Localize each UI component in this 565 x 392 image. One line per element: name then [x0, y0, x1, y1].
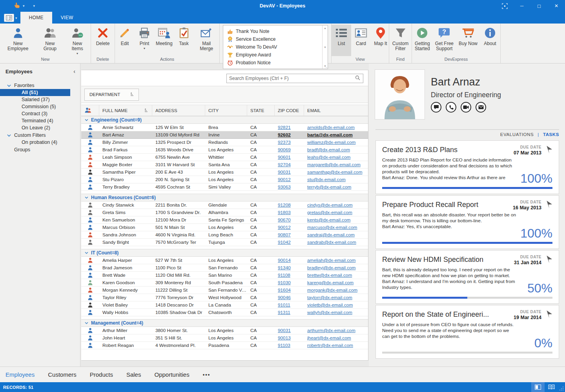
reading-view-button[interactable]: [545, 382, 558, 392]
column-header-address[interactable]: ADDRESS: [152, 105, 205, 116]
task-card-report-on-the-state-of-engineeri[interactable]: Report on the State of Engineeri...DUE D…: [375, 305, 559, 359]
zip-link[interactable]: 90014: [278, 258, 291, 263]
close-button[interactable]: ✕: [548, 0, 565, 12]
email-link[interactable]: marcuso@dx-email.com: [307, 225, 357, 230]
module-tab-opportunities[interactable]: Opportunities: [154, 371, 189, 378]
group-row-human-resources-count-6[interactable]: Human Resources (Count=6): [81, 194, 368, 201]
email-link[interactable]: arthurm@dx-email.com: [307, 328, 355, 333]
zip-link[interactable]: 91103: [278, 343, 290, 348]
email-link[interactable]: gretas@dx-email.com: [307, 210, 352, 215]
email-link[interactable]: margaretb@dx-email.com: [307, 162, 361, 167]
zip-link[interactable]: 91604: [278, 287, 291, 293]
zip-link[interactable]: 91108: [278, 272, 290, 278]
zip-link[interactable]: 90031: [278, 169, 291, 175]
email-link[interactable]: stu@dx-email.com: [307, 177, 346, 182]
zip-link[interactable]: 91311: [278, 310, 290, 315]
sidebar-item-salaried-37[interactable]: Salaried (37): [0, 96, 80, 103]
ribbon-button-mail-merge[interactable]: Mail Merge: [194, 25, 220, 56]
zip-link[interactable]: 90013: [278, 335, 291, 341]
zip-link[interactable]: 92602: [278, 132, 291, 138]
email-link[interactable]: kareng@dx-email.com: [307, 280, 354, 285]
search-icon[interactable]: [355, 75, 363, 82]
column-header-state[interactable]: STATE: [247, 105, 275, 116]
email-link[interactable]: violetb@dx-email.com: [307, 302, 353, 308]
gallery-item-thank-you-note[interactable]: Thank You Note: [227, 27, 277, 35]
ribbon-button-list[interactable]: List: [332, 25, 351, 56]
app-menu-button[interactable]: ▾: [4, 14, 17, 22]
module-tab-products[interactable]: Products: [90, 371, 113, 378]
group-row-engineering-count-9[interactable]: Engineering (Count=9): [81, 116, 368, 124]
chat-icon[interactable]: [431, 102, 441, 113]
email-link[interactable]: sandraj@dx-email.com: [307, 232, 355, 238]
search-input[interactable]: [227, 76, 355, 81]
table-row-ken-samuelson[interactable]: Ken Samuelson12100 Mora DrSanta Fe Sprin…: [81, 216, 368, 224]
ribbon-button-delete[interactable]: Delete: [93, 25, 113, 56]
module-tab-customers[interactable]: Customers: [48, 371, 77, 378]
ribbon-button-card[interactable]: Card: [351, 25, 371, 56]
minimize-button[interactable]: ─: [513, 0, 530, 12]
zip-link[interactable]: 90807: [278, 232, 291, 238]
gallery-item-welcome-to-devav[interactable]: Welcome To DevAV: [227, 43, 277, 51]
table-row-brett-wade[interactable]: Brett Wade1120 Old Mill Rd.San MarinoCA9…: [81, 272, 368, 279]
sidebar-item-on-leave-2[interactable]: On Leave (2): [0, 124, 80, 131]
sidebar-section-favorites[interactable]: Favorites: [0, 82, 80, 89]
zip-link[interactable]: 90601: [278, 154, 291, 160]
email-link[interactable]: taylorr@dx-email.com: [307, 295, 352, 300]
gallery-item-employee-award[interactable]: Employee Award: [227, 51, 321, 59]
ribbon-button-get-free-support[interactable]: ?Get Free Support: [433, 25, 456, 56]
table-row-samantha-piper[interactable]: Samantha Piper200 E Ave 43Los AngelesCA9…: [81, 169, 368, 176]
table-row-amelia-harper[interactable]: Amelia Harper527 W 7th StLos AngelesCA90…: [81, 257, 368, 264]
ribbon-button-new-group[interactable]: New Group: [36, 25, 64, 56]
table-row-arnie-schwartz[interactable]: Arnie Schwartz125 W Elm StBreaCA92821arn…: [81, 124, 368, 131]
ribbon-tab-view[interactable]: VIEW: [52, 12, 82, 24]
email-link[interactable]: sandrab@dx-email.com: [307, 240, 356, 245]
zip-link[interactable]: 92704: [278, 162, 291, 167]
sidebar-item-commission-5[interactable]: Commission (5): [0, 103, 80, 110]
table-row-robert-reagan[interactable]: Robert Reagan4 Westmoreland Pl.PasadenaC…: [81, 342, 368, 349]
email-link[interactable]: terryb@dx-email.com: [307, 184, 351, 190]
zip-link[interactable]: 90670: [278, 217, 291, 223]
email-link[interactable]: brettw@dx-email.com: [307, 272, 352, 278]
table-row-sandra-johnson[interactable]: Sandra Johnson4600 N Virginia Rd.Long Be…: [81, 231, 368, 239]
ribbon-button-buy-now[interactable]: Buy Now: [456, 25, 480, 56]
email-link[interactable]: kents@dx-email.com: [307, 217, 350, 223]
sidebar-item-all-51[interactable]: All (51): [0, 89, 70, 96]
email-link[interactable]: jheart@dx-email.com: [307, 335, 351, 341]
zip-link[interactable]: 90012: [278, 177, 291, 182]
column-header-email[interactable]: EMAIL: [304, 105, 368, 116]
email-link[interactable]: williamz@dx-email.com: [307, 140, 355, 145]
touch-mode-icon[interactable]: [14, 2, 20, 10]
table-row-violet-bailey[interactable]: Violet Bailey1418 Descanso DrLa CanadaCA…: [81, 301, 368, 309]
table-row-morgan-kennedy[interactable]: Morgan Kennedy11222 Dilling StSan Fernan…: [81, 287, 368, 294]
fit-window-button[interactable]: [496, 0, 513, 12]
table-row-arthur-miller[interactable]: Arthur Miller3800 Homer St.Los AngelesCA…: [81, 327, 368, 334]
zip-link[interactable]: 91042: [278, 240, 291, 245]
resize-grip[interactable]: [558, 382, 565, 392]
layout-panel-view-button[interactable]: [531, 382, 545, 392]
ribbon-button-custom-filter[interactable]: Custom Filter: [390, 25, 411, 56]
table-row-john-heart[interactable]: John Heart351 S Hill St.Los AngelesCA900…: [81, 334, 368, 342]
zip-link[interactable]: 90046: [278, 295, 291, 300]
module-tab-employees[interactable]: Employees: [5, 371, 35, 378]
email-link[interactable]: ameliah@dx-email.com: [307, 258, 355, 263]
table-row-brad-jameson[interactable]: Brad Jameson1100 Pico StSan FernandoCA91…: [81, 264, 368, 272]
table-row-marcus-orbison[interactable]: Marcus Orbison501 N Main StLos AngelesCA…: [81, 224, 368, 231]
zip-link[interactable]: 91030: [278, 280, 291, 285]
maximize-button[interactable]: □: [530, 0, 548, 12]
column-header-city[interactable]: CITY: [205, 105, 247, 116]
sidebar-section-custom-filters[interactable]: Custom Filters: [0, 131, 80, 139]
ribbon-button-map-it[interactable]: Map It: [371, 25, 390, 56]
group-row-management-count-4[interactable]: Management (Count=4): [81, 319, 368, 327]
zip-link[interactable]: 91803: [278, 210, 291, 215]
table-row-wally-hobbs[interactable]: Wally Hobbs10385 Shadow Oak DrChatsworth…: [81, 309, 368, 316]
email-link[interactable]: samanthap@dx-email.com: [307, 169, 363, 175]
ribbon-button-meeting[interactable]: Meeting: [154, 25, 174, 56]
zip-link[interactable]: 90069: [278, 147, 291, 152]
email-link[interactable]: robertr@dx-email.com: [307, 343, 353, 348]
zip-link[interactable]: 90012: [278, 225, 291, 230]
ribbon-button-task[interactable]: Task: [174, 25, 194, 56]
zip-link[interactable]: 92373: [278, 140, 291, 145]
table-row-billy-zimmer[interactable]: Billy Zimmer1325 Prospect DrRedlandsCA92…: [81, 139, 368, 146]
column-header-full-name[interactable]: FULL NAME: [99, 105, 152, 116]
ribbon-button-print[interactable]: Print▾: [135, 25, 154, 56]
